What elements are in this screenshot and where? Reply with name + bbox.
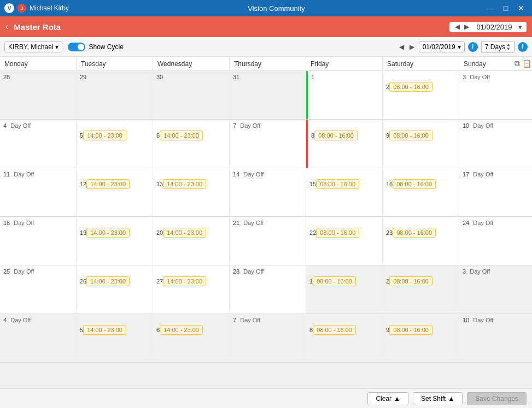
calendar-cell[interactable]: 2614:00 - 23:00: [77, 265, 153, 314]
calendar-cell[interactable]: 1314:00 - 23:00: [153, 168, 230, 216]
window-controls: — □ ✕: [484, 3, 528, 14]
shift-badge[interactable]: 14:00 - 23:00: [86, 179, 130, 189]
shift-badge[interactable]: 14:00 - 23:00: [163, 276, 206, 286]
calendar-cell[interactable]: 1608:00 - 16:00: [383, 168, 459, 216]
calendar-cell[interactable]: 11 Day Off: [0, 168, 77, 216]
toolbar-date-value: 01/02/2019: [423, 43, 455, 51]
calendar-cell[interactable]: 29: [77, 71, 153, 119]
calendar-cell[interactable]: 2308:00 - 16:00: [383, 217, 459, 265]
calendar-cell[interactable]: 10 Day Off: [459, 120, 532, 168]
calendar-cell[interactable]: 614:00 - 23:00: [153, 314, 230, 362]
toolbar-date-display[interactable]: 01/02/2019 ▾: [419, 42, 465, 52]
calendar-cell[interactable]: 1508:00 - 16:00: [306, 168, 383, 216]
calendar-cell[interactable]: 908:00 - 16:00: [383, 314, 459, 362]
shift-badge[interactable]: 14:00 - 23:00: [160, 131, 203, 140]
toolbar-date-prev[interactable]: ◀: [398, 43, 405, 51]
calendar-cell[interactable]: 1214:00 - 23:00: [77, 168, 153, 216]
shift-badge[interactable]: 08:00 - 16:00: [389, 276, 432, 286]
calendar-row-1: 4 Day Off514:00 - 23:00614:00 - 23:007 D…: [0, 120, 532, 168]
toolbar-date-next[interactable]: ▶: [408, 43, 416, 51]
shift-badge[interactable]: 08:00 - 16:00: [313, 325, 356, 335]
days-arrows[interactable]: ▲ ▼: [506, 43, 511, 51]
show-cycle-label: Show Cycle: [89, 43, 123, 51]
shift-badge[interactable]: 08:00 - 16:00: [313, 276, 356, 286]
calendar-cell[interactable]: 3 Day Off: [459, 71, 532, 119]
save-changes-button[interactable]: Save Changes: [467, 392, 527, 405]
calendar-cell[interactable]: 30: [153, 71, 230, 119]
calendar-cell[interactable]: 108:00 - 16:00: [306, 265, 383, 314]
shift-badge[interactable]: 08:00 - 16:00: [393, 179, 436, 189]
shift-badge[interactable]: 14:00 - 23:00: [163, 228, 206, 238]
shift-badge[interactable]: 14:00 - 23:00: [160, 325, 203, 335]
info-button-1[interactable]: i: [468, 42, 478, 52]
calendar-row-4: 25 Day Off2614:00 - 23:002714:00 - 23:00…: [0, 265, 532, 314]
info-button-2[interactable]: i: [518, 42, 528, 52]
paste-icon[interactable]: 📋: [522, 59, 531, 68]
days-selector[interactable]: 7 Days ▲ ▼: [481, 41, 515, 53]
calendar-cell[interactable]: 24 Day Off: [459, 217, 532, 265]
calendar-cell[interactable]: 808:00 - 16:00: [306, 314, 383, 362]
calendar-cell[interactable]: 28: [0, 71, 77, 119]
calendar-cell[interactable]: 18 Day Off: [0, 217, 77, 265]
calendar-cell[interactable]: 2714:00 - 23:00: [153, 265, 230, 314]
calendar-cell[interactable]: 10 Day Off: [459, 314, 532, 362]
shift-badge[interactable]: 08:00 - 16:00: [316, 179, 359, 189]
calendar-cell[interactable]: 25 Day Off: [0, 265, 77, 314]
calendar-cell[interactable]: 908:00 - 16:00: [383, 120, 459, 168]
shift-badge[interactable]: 14:00 - 23:00: [163, 179, 206, 189]
shift-badge[interactable]: 08:00 - 16:00: [389, 325, 432, 335]
clear-button[interactable]: Clear ▲: [367, 392, 408, 405]
header-date-dropdown[interactable]: ▾: [518, 23, 522, 31]
shift-badge[interactable]: 08:00 - 16:00: [389, 131, 432, 140]
calendar-cell[interactable]: 808:00 - 16:00: [306, 120, 383, 168]
calendar-cell[interactable]: 208:00 - 16:00: [383, 71, 459, 119]
day-label: Day Off: [471, 122, 493, 129]
staff-name: KIRBY, Michael: [8, 43, 53, 51]
shift-badge[interactable]: 08:00 - 16:00: [316, 228, 359, 238]
minimize-button[interactable]: —: [484, 3, 497, 14]
day-label: Day Off: [9, 317, 31, 323]
date-next-button[interactable]: ▶: [463, 23, 470, 31]
shift-badge[interactable]: 08:00 - 16:00: [314, 131, 358, 140]
shift-badge[interactable]: 14:00 - 23:00: [86, 276, 130, 286]
calendar-cell[interactable]: 208:00 - 16:00: [383, 265, 459, 314]
calendar-cell[interactable]: 1914:00 - 23:00: [77, 217, 153, 265]
maximize-button[interactable]: □: [499, 3, 512, 14]
close-button[interactable]: ✕: [515, 3, 528, 14]
calendar-cell[interactable]: 21 Day Off: [230, 217, 306, 265]
calendar-cell[interactable]: 7 Day Off: [230, 314, 306, 362]
shift-badge[interactable]: 08:00 - 16:00: [393, 228, 436, 238]
calendar-cell[interactable]: 1: [306, 71, 383, 119]
shift-badge[interactable]: 14:00 - 23:00: [86, 228, 130, 238]
calendar-cell[interactable]: 4 Day Off: [0, 314, 77, 362]
copy-icon[interactable]: ⧉: [515, 59, 520, 68]
calendar-cell[interactable]: 3 Day Off: [459, 265, 532, 314]
calendar-cell[interactable]: 4 Day Off: [0, 120, 77, 168]
day-number: 12: [80, 181, 86, 187]
shift-badge[interactable]: 14:00 - 23:00: [83, 325, 126, 335]
set-shift-button[interactable]: Set Shift ▲: [413, 392, 463, 405]
shift-badge[interactable]: 14:00 - 23:00: [83, 131, 126, 140]
calendar-cell[interactable]: 28 Day Off: [230, 265, 306, 314]
title-bar: V 3 Michael Kirby Vision Community — □ ✕: [0, 0, 532, 16]
shift-badge[interactable]: 08:00 - 16:00: [389, 82, 432, 92]
calendar-cell[interactable]: 614:00 - 23:00: [153, 120, 230, 168]
day-number: 28: [3, 74, 10, 80]
show-cycle-toggle[interactable]: [68, 43, 85, 51]
back-button[interactable]: ‹: [5, 22, 8, 32]
calendar-cell[interactable]: 2014:00 - 23:00: [153, 217, 230, 265]
day-label: Day Off: [238, 122, 260, 129]
calendar-cell[interactable]: 14 Day Off: [230, 168, 306, 216]
days-down-icon: ▼: [506, 47, 511, 51]
app-title: Vision Community: [69, 4, 484, 13]
calendar-cell[interactable]: 514:00 - 23:00: [77, 120, 153, 168]
calendar-cell[interactable]: 2208:00 - 16:00: [306, 217, 383, 265]
calendar-body: 282930311208:00 - 16:003 Day Off4 Day Of…: [0, 71, 532, 363]
calendar-cell[interactable]: 31: [230, 71, 306, 119]
calendar-cell[interactable]: 514:00 - 23:00: [77, 314, 153, 362]
header-date-nav[interactable]: ◀ ▶ 01/02/2019 ▾: [449, 22, 527, 32]
calendar-cell[interactable]: 7 Day Off: [230, 120, 306, 168]
calendar-cell[interactable]: 17 Day Off: [459, 168, 532, 216]
staff-selector[interactable]: KIRBY, Michael ▾: [4, 42, 62, 52]
date-prev-button[interactable]: ◀: [454, 23, 461, 31]
